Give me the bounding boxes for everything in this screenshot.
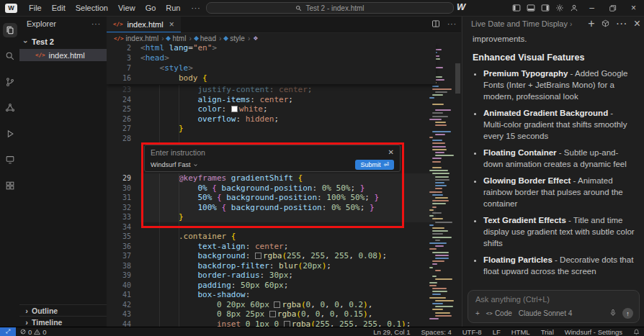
- restore-icon[interactable]: [602, 0, 623, 16]
- code-line[interactable]: 23 justify-content: center;: [107, 85, 436, 95]
- send-button[interactable]: ↑: [622, 308, 633, 319]
- html-file-icon: </>: [114, 35, 124, 42]
- breadcrumb-item-head[interactable]: head: [194, 35, 216, 42]
- layout-sidebar-left-icon[interactable]: [509, 0, 524, 16]
- feature-bullet: Floating Particles - Decorative dots tha…: [483, 254, 635, 277]
- account-icon[interactable]: [567, 0, 581, 16]
- outline-section[interactable]: › Outline: [19, 304, 107, 316]
- code-line[interactable]: 16 body {: [107, 73, 436, 83]
- tab-close-icon[interactable]: ×: [169, 19, 174, 29]
- status-item[interactable]: LF: [493, 328, 501, 336]
- code-line[interactable]: 35 .container {: [107, 232, 436, 242]
- ask-input[interactable]: Ask anything (Ctrl+L): [475, 295, 632, 304]
- code-line[interactable]: 39 border-radius: 30px;: [107, 271, 436, 281]
- close-icon[interactable]: ✕: [388, 149, 394, 156]
- status-item[interactable]: Trial: [541, 328, 554, 336]
- line-number: 26: [107, 114, 140, 124]
- cascade-conversation[interactable]: improvements. Enhanced Visual Features P…: [462, 32, 644, 280]
- minimap-line: [435, 155, 454, 156]
- minimize-icon[interactable]: –: [581, 0, 602, 16]
- menu-run[interactable]: Run: [161, 4, 185, 12]
- code-line[interactable]: 7 <style>: [107, 63, 436, 73]
- menu-file[interactable]: File: [24, 4, 47, 12]
- code-line[interactable]: 3<head>: [107, 53, 436, 63]
- code-line[interactable]: 28: [107, 134, 436, 144]
- code-mode-button[interactable]: <> Code: [486, 309, 512, 317]
- windsurf-logo-icon[interactable]: W: [5, 4, 17, 13]
- menu-selection[interactable]: Selection: [71, 4, 113, 12]
- minimap-line: [432, 252, 449, 253]
- code-line[interactable]: 40 padding: 50px 60px;: [107, 281, 436, 291]
- code-line[interactable]: 34: [107, 222, 436, 232]
- code-text: background: rgba(255, 255, 255, 0.08);: [140, 251, 387, 261]
- tab-index-html[interactable]: </> index.html ×: [107, 16, 181, 32]
- more-icon[interactable]: ···: [616, 17, 627, 30]
- code-line[interactable]: 2<html lang="en">: [107, 43, 436, 53]
- search-icon[interactable]: [3, 49, 17, 63]
- code-editor[interactable]: 23 justify-content: center;24 align-item…: [107, 43, 461, 327]
- status-item[interactable]: Windsurf - Settings: [565, 328, 622, 336]
- code-line[interactable]: 24 align-items: center;: [107, 95, 436, 105]
- grid-icon[interactable]: [3, 178, 17, 193]
- status-item[interactable]: UTF-8: [462, 328, 482, 336]
- line-number: 39: [107, 271, 140, 281]
- code-line[interactable]: 38 backdrop-filter: blur(20px);: [107, 261, 436, 271]
- layout-sidebar-right-icon[interactable]: [538, 0, 553, 16]
- scrolled-text-fragment: improvements.: [473, 33, 635, 45]
- status-item[interactable]: Ln 29, Col 1: [373, 328, 410, 336]
- timeline-section[interactable]: › Timeline: [19, 316, 107, 327]
- code-line[interactable]: 37 background: rgba(255, 255, 255, 0.08)…: [107, 251, 436, 261]
- explorer-more-icon[interactable]: ···: [91, 20, 101, 28]
- status-item[interactable]: Spaces: 4: [421, 328, 451, 336]
- model-selector[interactable]: Claude Sonnet 4: [519, 309, 573, 317]
- code-line[interactable]: 41 box-shadow:: [107, 290, 436, 300]
- remote-indicator[interactable]: ⤢: [0, 327, 16, 336]
- layout-panel-icon[interactable]: [524, 0, 538, 16]
- breadcrumb-item-html[interactable]: html: [166, 35, 186, 42]
- split-editor-icon[interactable]: [431, 18, 440, 31]
- sticky-scroll[interactable]: 2<html lang="en">3<head>7 <style>16 body…: [107, 43, 436, 84]
- code-line[interactable]: 36 text-align: center;: [107, 242, 436, 252]
- problems-indicator[interactable]: 0 0: [20, 328, 47, 336]
- breadcrumb-item-indexhtml[interactable]: </>index.html: [114, 35, 158, 42]
- file-item-index-html[interactable]: </> index.html: [19, 49, 107, 61]
- notifications-bell-icon[interactable]: [633, 329, 640, 335]
- instruction-input[interactable]: Enter instruction: [151, 148, 205, 157]
- run-debug-icon[interactable]: [3, 127, 17, 141]
- source-control-icon[interactable]: [3, 75, 17, 89]
- breadcrumb-item-style[interactable]: style: [224, 35, 245, 42]
- add-context-icon[interactable]: +: [475, 309, 480, 317]
- microphone-icon[interactable]: [609, 309, 617, 318]
- windsurf-wordmark-icon: W: [455, 1, 465, 12]
- menu-view[interactable]: View: [113, 4, 140, 12]
- menu-go[interactable]: Go: [140, 4, 161, 12]
- minimap-line: [432, 112, 443, 114]
- close-icon[interactable]: ×: [634, 17, 640, 30]
- workspace-folder[interactable]: › Test 2: [19, 36, 107, 47]
- editor-scrollbar[interactable]: [455, 43, 461, 327]
- submit-button[interactable]: Submit ⏎: [355, 160, 394, 170]
- minimap-line: [435, 197, 448, 199]
- add-icon[interactable]: +: [588, 17, 594, 30]
- code-line[interactable]: 26 overflow: hidden;: [107, 114, 436, 124]
- files-icon[interactable]: [3, 23, 17, 37]
- code-line[interactable]: 43 0 8px 25px rgba(0, 0, 0, 0.15),: [107, 309, 436, 319]
- minimap-line: [432, 104, 444, 105]
- cascade-input-box[interactable]: Ask anything (Ctrl+L) + <> Code Claude S…: [468, 290, 640, 323]
- code-line[interactable]: 25 color: white;: [107, 104, 436, 114]
- editor-more-icon[interactable]: ···: [447, 20, 457, 28]
- conversation-title[interactable]: Live Date and Time Display: [471, 19, 568, 28]
- remote-explorer-icon[interactable]: [3, 153, 17, 167]
- status-item[interactable]: HTML: [511, 328, 530, 336]
- close-icon[interactable]: ×: [623, 0, 644, 16]
- flows-icon[interactable]: [3, 101, 17, 115]
- package-icon[interactable]: [601, 17, 609, 30]
- code-line[interactable]: 42 0 20px 60px rgba(0, 0, 0, 0.2),: [107, 300, 436, 310]
- more-menus-icon[interactable]: ···: [186, 4, 207, 12]
- command-center-search[interactable]: Test 2 - index.html: [206, 2, 454, 14]
- model-selector[interactable]: Windsurf Fast: [151, 161, 198, 168]
- settings-gear-icon[interactable]: [553, 0, 567, 16]
- scrollbar-thumb[interactable]: [455, 63, 460, 94]
- menu-edit[interactable]: Edit: [47, 4, 71, 12]
- code-line[interactable]: 27 }: [107, 124, 436, 134]
